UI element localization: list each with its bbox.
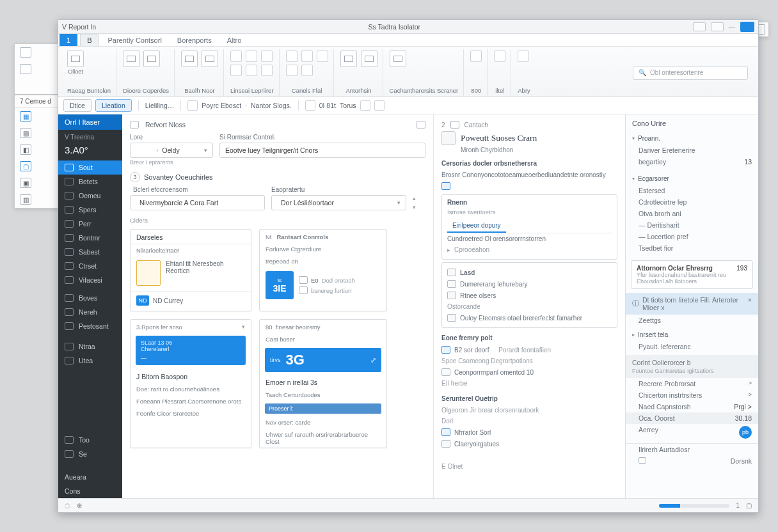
- detail-line[interactable]: Ceonporrmpanl omentcd 10: [441, 366, 617, 378]
- ribbon-button[interactable]: [246, 51, 257, 62]
- sidebar-footer-item[interactable]: Aueara: [58, 470, 122, 484]
- sidebar-item[interactable]: Oemeu: [58, 189, 122, 203]
- list-item[interactable]: Ostorcande: [447, 301, 612, 312]
- sidebar-blue-header[interactable]: Orrl I Itaser: [58, 114, 122, 130]
- card-a[interactable]: Darseles Nlirarloeltelrtaer Ehtanl tlt N…: [130, 229, 251, 311]
- detail-tab[interactable]: Eirilpeeor dopury: [447, 219, 506, 233]
- sidebar-item[interactable]: Se: [58, 447, 122, 461]
- sidebar-item[interactable]: Bontmr: [58, 231, 122, 245]
- ribbon-button[interactable]: [340, 51, 357, 67]
- prop-row[interactable]: Naed CapnstorshPrgi >: [626, 401, 758, 412]
- prop-group-header[interactable]: Proann.: [626, 132, 758, 145]
- palette-item[interactable]: ▥: [15, 191, 60, 208]
- chevron-down-icon[interactable]: ▾: [242, 324, 245, 331]
- prop-footer[interactable]: Ilrirerh Aurtadiosr: [626, 443, 758, 455]
- toolbar-icon[interactable]: [374, 100, 385, 111]
- status-icon[interactable]: ◌: [65, 502, 70, 509]
- prop-group-header[interactable]: Ecgarsorer: [626, 173, 758, 185]
- toolbar-item[interactable]: 0I 81t: [319, 102, 336, 109]
- menu-item[interactable]: Borenports: [171, 35, 218, 46]
- ribbon-button[interactable]: [67, 51, 84, 67]
- sidebar-item[interactable]: Spers: [58, 203, 122, 217]
- toolbar-icon[interactable]: [360, 100, 370, 111]
- toolbar-item[interactable]: Lieliling…: [145, 102, 175, 109]
- toolbar-item[interactable]: Torus: [340, 102, 356, 109]
- window-button[interactable]: [693, 22, 706, 31]
- ribbon-button[interactable]: [202, 51, 218, 67]
- prop-row[interactable]: begartiey13: [626, 156, 758, 168]
- ribbon-button[interactable]: [470, 51, 482, 62]
- ribbon-button[interactable]: [494, 51, 505, 62]
- prop-row[interactable]: — Locertion pref: [626, 231, 758, 242]
- filter-pill-selected[interactable]: Lieation: [95, 99, 132, 112]
- sort-down-icon[interactable]: ▾: [413, 204, 425, 210]
- status-icon[interactable]: ▢: [746, 502, 752, 509]
- prop-row[interactable]: Estersed: [626, 185, 758, 196]
- prop-row[interactable]: Otva brorh ani: [626, 208, 758, 219]
- sidebar-item[interactable]: Nereh: [58, 305, 122, 319]
- window-button[interactable]: [711, 22, 724, 31]
- prop-highlight[interactable]: ⓘDt tiots torn liretole Fill. Arteroter …: [626, 293, 758, 315]
- prop-row[interactable]: Cdrotleoirtre fep: [626, 196, 758, 208]
- toolbar-icon[interactable]: [187, 100, 198, 111]
- action-icon[interactable]: [417, 121, 425, 129]
- expand-icon[interactable]: ⤢: [370, 356, 376, 364]
- prop-row[interactable]: Oca. Ooorst30.18: [626, 412, 758, 424]
- text-input[interactable]: Eootve luey Teilgnirger/it Cnors: [219, 143, 425, 158]
- detail-icon-line[interactable]: [441, 180, 617, 192]
- ribbon-button[interactable]: [301, 51, 313, 62]
- prop-row[interactable]: — Deritisharit: [626, 219, 758, 231]
- palette-item[interactable]: [15, 44, 58, 61]
- ribbon-button[interactable]: [390, 51, 406, 67]
- ribbon-button[interactable]: [230, 65, 242, 76]
- detail-line[interactable]: B2 sor deorf Porardt feontafiien: [441, 344, 617, 356]
- sort-up-icon[interactable]: ▴: [413, 195, 425, 201]
- palette-item[interactable]: ▦: [15, 108, 60, 125]
- sidebar-item[interactable]: Ntraa: [58, 340, 122, 354]
- ribbon-button[interactable]: [230, 51, 242, 62]
- card-b[interactable]: Nt Rantsart Conrrols Forlurwe Ctgrerdiur…: [259, 229, 387, 311]
- palette-item[interactable]: ▢: [15, 158, 60, 175]
- ribbon-button[interactable]: [286, 51, 298, 62]
- prop-row[interactable]: Tsedbet fior: [626, 242, 758, 254]
- list-item[interactable]: Dumererang lehurebary: [447, 278, 612, 290]
- ribbon-button[interactable]: [518, 51, 529, 62]
- sidebar-item[interactable]: Pestosant: [58, 319, 122, 333]
- prop-row[interactable]: Dariver Eretenerire: [626, 145, 758, 156]
- prop-row[interactable]: Pyauit. lefereranc: [626, 341, 758, 352]
- sidebar-item[interactable]: Utea: [58, 354, 122, 368]
- sidebar-item[interactable]: Boves: [58, 291, 122, 305]
- card-c[interactable]: 3.Rpons fer snso▾ SLaar 13 06 Cherelarer…: [130, 319, 251, 448]
- window-accent-icon[interactable]: [740, 22, 754, 32]
- ribbon-button[interactable]: [261, 51, 273, 62]
- prop-row[interactable]: Aerreypb: [626, 424, 758, 441]
- ribbon-button[interactable]: [181, 51, 198, 67]
- ribbon-button[interactable]: [261, 65, 273, 76]
- palette-item[interactable]: ▤: [15, 125, 60, 141]
- progress-track[interactable]: [659, 504, 729, 508]
- ribbon-button[interactable]: [246, 65, 257, 76]
- palette-item[interactable]: [15, 61, 58, 77]
- prop-footer[interactable]: Dorsnk: [626, 455, 758, 467]
- menu-tab-primary[interactable]: 1: [60, 34, 77, 46]
- sidebar-footer-item[interactable]: Cons: [58, 484, 122, 498]
- toolbar-item[interactable]: Poyrc Ebosct: [202, 102, 241, 109]
- sidebar-item[interactable]: Sout: [58, 160, 122, 175]
- ribbon-button[interactable]: [361, 51, 377, 67]
- palette-item[interactable]: ◧: [15, 141, 60, 158]
- sidebar-item[interactable]: Too: [58, 433, 122, 447]
- ribbon-button[interactable]: [286, 65, 298, 76]
- close-icon[interactable]: ×: [748, 296, 752, 311]
- list-item[interactable]: Rtnee olsers: [447, 290, 612, 301]
- prop-row[interactable]: Recrere Probrorsat>: [626, 378, 758, 389]
- toolbar-item[interactable]: Nantor Slogs.: [251, 102, 292, 109]
- sidebar-item[interactable]: Betets: [58, 175, 122, 189]
- filter-pill[interactable]: Dtice: [63, 99, 91, 112]
- card-d[interactable]: 80 finesar beoirsmy Cast boser tirvs 3G …: [259, 319, 387, 448]
- dropdown-input[interactable]: Dor Lésliéloortaor▾: [271, 195, 406, 210]
- prop-row[interactable]: Chicerton instrtrsiters>: [626, 389, 758, 401]
- search-input[interactable]: 🔍 Obl onteresortenre: [633, 66, 748, 80]
- toolbar-icon[interactable]: [305, 100, 315, 111]
- sidebar-item[interactable]: Ctrset: [58, 259, 122, 273]
- dropdown-input[interactable]: › Oeldy ▾: [130, 143, 213, 158]
